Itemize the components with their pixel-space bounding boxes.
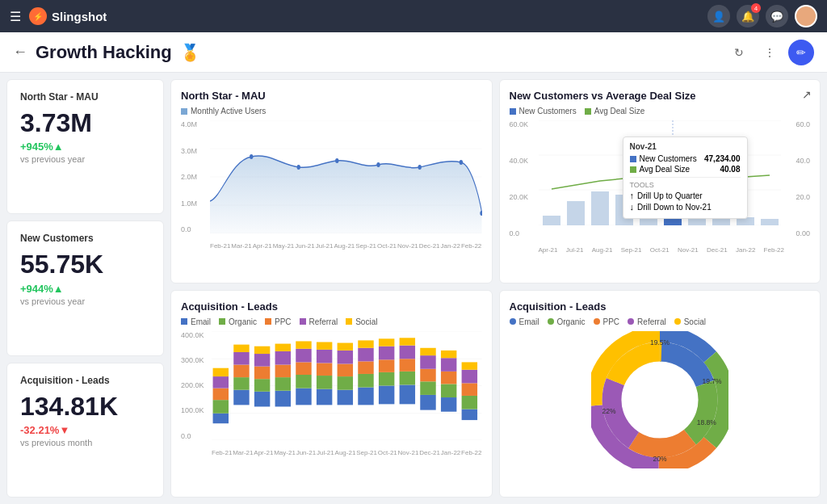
svg-rect-52	[275, 343, 291, 351]
mau-x-sep21: Sep-21	[355, 242, 376, 250]
leads-bar-legend: Email Organic PPC Referral Social	[181, 317, 482, 326]
leads-bar-title: Acquisition - Leads	[181, 300, 482, 313]
svg-rect-95	[462, 383, 477, 396]
award-icon: 🏅	[180, 43, 200, 62]
edit-button[interactable]: ✏	[788, 40, 814, 65]
svg-rect-63	[338, 389, 353, 405]
mau-x-feb22: Feb-22	[461, 242, 481, 250]
kpi-card-customers: New Customers 55.75K +944%▲ vs previous …	[6, 220, 164, 355]
svg-rect-76	[379, 346, 394, 359]
mau-y-2: 2.0M	[181, 173, 207, 181]
leads-referral-label: Referral	[309, 317, 338, 326]
donut-organic-legend: Organic	[548, 317, 586, 326]
svg-rect-90	[441, 371, 456, 384]
svg-rect-50	[275, 364, 291, 377]
app-name: Slingshot	[52, 10, 107, 23]
kpi-mau-change: +945%▲	[20, 141, 150, 153]
svg-rect-87	[420, 347, 435, 355]
svg-rect-66	[338, 350, 353, 363]
svg-rect-83	[420, 394, 435, 410]
tooltip-row-deal: Avg Deal Size 40.08	[630, 165, 741, 174]
mau-x-labels: Feb-21 Mar-21 Apr-21 May-21 Jun-21 Jul-2…	[210, 242, 482, 250]
leads-bar-svg	[212, 331, 482, 440]
svg-point-5	[250, 154, 253, 159]
notification-badge: 4	[751, 3, 761, 13]
svg-rect-70	[358, 361, 373, 374]
svg-point-9	[418, 165, 421, 170]
customers-y-right: 60.0 40.0 20.0 0.00	[787, 120, 810, 237]
customers-y-left: 60.0K 40.0K 20.0K 0.0	[510, 120, 535, 237]
avg-deal-legend: Avg Deal Size	[585, 107, 645, 116]
mau-y-labels: 4.0M 3.0M 2.0M 1.0M 0.0	[181, 120, 207, 233]
svg-rect-46	[254, 354, 270, 367]
kpi-customers-change: +944%▲	[20, 283, 150, 295]
tooltip-deal-color	[630, 166, 636, 173]
svg-rect-53	[296, 388, 311, 405]
svg-rect-81	[400, 345, 415, 359]
mau-x-mar21: Mar-21	[231, 242, 251, 250]
svg-rect-18	[591, 191, 609, 225]
tooltip-divider	[630, 177, 741, 178]
kpi-column: North Star - MAU 3.73M +945%▲ vs previou…	[6, 79, 164, 498]
tooltip-drill-up-label: Drill Up to Quarter	[637, 191, 703, 200]
mau-chart-area: 4.0M 3.0M 2.0M 1.0M 0.0	[181, 120, 482, 250]
svg-rect-41	[233, 351, 249, 364]
back-button[interactable]: ←	[13, 44, 27, 61]
kpi-customers-label: New Customers	[20, 233, 150, 244]
donut-organic-label: Organic	[557, 317, 586, 326]
leads-organic-legend: Organic	[219, 317, 257, 326]
user-avatar[interactable]	[795, 5, 817, 27]
svg-rect-85	[420, 368, 435, 381]
mau-y-4: 4.0M	[181, 120, 207, 128]
svg-text:19.5%: 19.5%	[650, 338, 670, 346]
user-search-button[interactable]: 👤	[707, 5, 730, 27]
customers-chart-title: New Customers vs Average Deal Size	[510, 90, 811, 102]
external-link-icon[interactable]: ↗	[802, 88, 812, 101]
svg-text:20%: 20%	[653, 455, 666, 463]
logo-icon: ⚡	[29, 7, 47, 25]
tooltip-deal-label: Avg Deal Size	[640, 165, 691, 174]
hamburger-icon[interactable]: ☰	[10, 9, 21, 24]
chat-button[interactable]: 💬	[766, 5, 788, 27]
notifications-button[interactable]: 🔔 4	[737, 5, 759, 27]
leads-donut-title: Acquisition - Leads	[510, 300, 811, 313]
svg-text:19.7%: 19.7%	[702, 376, 722, 384]
leads-referral-legend: Referral	[300, 317, 338, 326]
kpi-mau-sub: vs previous year	[20, 154, 150, 164]
leads-donut-chart-card: Acquisition - Leads Email Organic PPC Re…	[499, 290, 821, 498]
leads-donut-legend: Email Organic PPC Referral Social	[510, 317, 811, 326]
svg-rect-36	[213, 376, 229, 388]
svg-text:18.8%: 18.8%	[696, 418, 716, 426]
kpi-customers-sub: vs previous year	[20, 296, 150, 306]
mau-y-0: 0.0	[181, 225, 207, 233]
svg-rect-77	[379, 338, 394, 346]
donut-social-label: Social	[684, 317, 706, 326]
tooltip-drill-up[interactable]: ↑ Drill Up to Quarter	[630, 191, 741, 200]
svg-rect-89	[441, 384, 456, 397]
kpi-leads-label: Acquisition - Leads	[20, 375, 150, 386]
dashboard: North Star - MAU 3.73M +945%▲ vs previou…	[0, 73, 827, 504]
mau-y-1: 1.0M	[181, 200, 207, 208]
donut-email-label: Email	[519, 317, 539, 326]
mau-chart-legend: Monthly Active Users	[181, 107, 482, 116]
svg-rect-64	[338, 376, 353, 390]
svg-rect-97	[462, 362, 477, 369]
svg-rect-62	[317, 342, 332, 349]
tooltip-drill-down[interactable]: ↓ Drill Down to Nov-21	[630, 202, 741, 212]
more-options-button[interactable]: ⋮	[758, 40, 782, 65]
app-logo: ⚡ Slingshot	[29, 7, 107, 25]
mau-x-jul21: Jul-21	[316, 242, 334, 250]
tooltip-row-customers: New Customers 47,234.00	[630, 154, 741, 163]
svg-rect-39	[233, 377, 249, 390]
svg-rect-55	[296, 362, 311, 375]
nav-icons: 👤 🔔 4 💬	[707, 5, 817, 27]
tooltip-title: Nov-21	[630, 142, 741, 151]
svg-rect-43	[254, 391, 270, 406]
donut-ppc-label: PPC	[603, 317, 620, 326]
mau-x-jan22: Jan-22	[441, 242, 460, 250]
refresh-button[interactable]: ↻	[727, 40, 751, 65]
leads-organic-label: Organic	[229, 317, 257, 326]
mau-chart-card: North Star - MAU Monthly Active Users 4.…	[170, 79, 493, 284]
customers-tooltip: Nov-21 New Customers 47,234.00 Avg Deal …	[623, 136, 748, 219]
svg-rect-86	[420, 355, 435, 369]
